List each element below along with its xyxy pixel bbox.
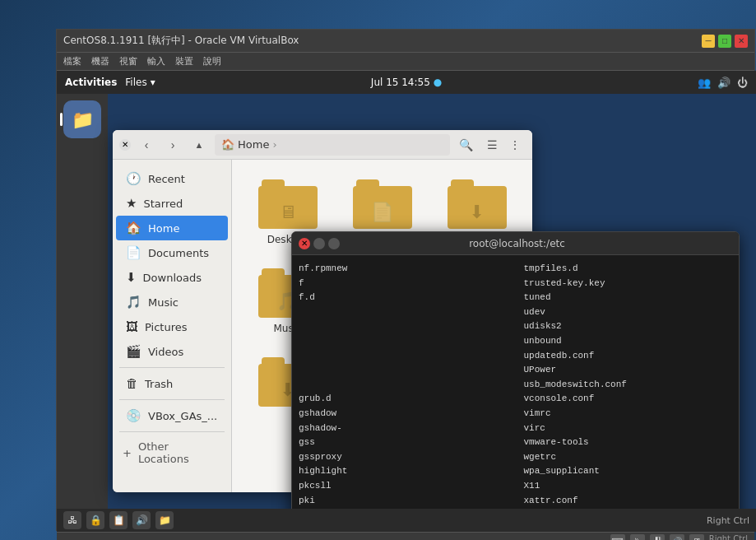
files-list-view-button[interactable]: ☰ (481, 134, 503, 156)
sidebar-item-recent-label: Recent (148, 173, 185, 185)
vbox-status-icons: ⌨ 🖱 💾 🔊 🖥 Right Ctrl (610, 534, 748, 541)
vbox-menu-input[interactable]: 輸入 (147, 55, 165, 68)
vm-screen: Activities Files ▾ Jul 15 14:55 ● 👥 🔊 ⏻ (57, 71, 756, 532)
trash-icon: 🗑 (126, 376, 138, 391)
terminal-output: nf.rpmnew f f.d grub.d gshadow gsh (299, 262, 732, 479)
files-home-icon: 🏠 (221, 138, 234, 151)
vbox-status-icon-3[interactable]: 💾 (650, 534, 665, 541)
gnome-bottom-icon-5[interactable]: 📁 (155, 511, 174, 529)
vbox-status-icon-1[interactable]: ⌨ (610, 534, 625, 541)
documents-icon: 📄 (126, 245, 141, 260)
music-icon: 🎵 (126, 295, 141, 310)
sidebar-item-other-locations[interactable]: + Other Locations (113, 435, 231, 470)
sidebar-item-videos-label: Videos (148, 346, 183, 358)
sidebar-item-music-label: Music (148, 296, 179, 309)
gnome-bottom-bar: 🖧 🔒 📋 🔊 📁 Right Ctrl (57, 509, 756, 532)
vbox-status-icon-4[interactable]: 🔊 (670, 534, 684, 541)
sidebar-item-vbox-label: VBox_GAs_... (148, 410, 217, 422)
virtualbox-window: CentOS8.1.1911 [執行中] - Oracle VM Virtual… (56, 29, 755, 531)
folder-icon-documents: 📄 (353, 179, 412, 229)
vbox-drive-icon: 💿 (126, 408, 141, 423)
folder-emblem-desktop: 🖥 (279, 202, 297, 222)
sidebar-item-downloads-label: Downloads (143, 272, 202, 284)
gnome-datetime: Jul 15 14:55 ● (371, 77, 442, 88)
folder-body: 🖥 (258, 186, 318, 229)
gnome-appname-text: Files (125, 77, 146, 88)
files-up-button[interactable]: ▲ (188, 134, 210, 156)
sidebar-item-starred-label: Starred (143, 198, 183, 210)
sidebar-divider-3 (119, 431, 225, 432)
desktop: CentOS8.1.1911 [執行中] - Oracle VM Virtual… (0, 0, 756, 540)
gnome-dock: 📁 (57, 94, 108, 532)
sidebar-item-pictures[interactable]: 🖼 Pictures (116, 314, 228, 339)
vbox-status-icon-5[interactable]: 🖥 (689, 534, 704, 541)
pictures-icon: 🖼 (126, 319, 138, 334)
files-forward-button[interactable]: › (162, 134, 183, 156)
sidebar-item-vbox[interactable]: 💿 VBox_GAs_... (116, 403, 228, 428)
terminal-title: root@localhost:/etc (345, 238, 689, 249)
gnome-power-icon[interactable]: ⏻ (737, 77, 748, 89)
vbox-window-controls: ─ □ ✕ (702, 35, 748, 48)
gnome-appname-arrow: ▾ (151, 77, 155, 88)
files-location-bar[interactable]: 🏠 Home › (215, 134, 450, 156)
downloads-icon: ⬇ (126, 270, 137, 285)
terminal-maximize-button[interactable] (328, 238, 340, 249)
gnome-topbar: Activities Files ▾ Jul 15 14:55 ● 👥 🔊 ⏻ (57, 71, 756, 94)
vbox-menu-view[interactable]: 視窗 (119, 55, 137, 68)
home-icon: 🏠 (126, 221, 141, 235)
vbox-titlebar: CentOS8.1.1911 [執行中] - Oracle VM Virtual… (57, 30, 754, 53)
sidebar-item-downloads[interactable]: ⬇ Downloads (116, 265, 228, 290)
gnome-bottom-icon-4[interactable]: 🔊 (132, 511, 151, 529)
sidebar-item-recent[interactable]: 🕐 Recent (116, 166, 228, 191)
dock-icon-files[interactable]: 📁 (63, 100, 101, 138)
files-view-buttons: ☰ ⋮ (481, 134, 526, 156)
gnome-appname: Files ▾ (125, 77, 155, 88)
vbox-menu-machine[interactable]: 機器 (91, 55, 109, 68)
sidebar-item-pictures-label: Pictures (145, 321, 187, 333)
vbox-minimize-button[interactable]: ─ (702, 35, 715, 48)
folder-body: 📄 (353, 186, 412, 229)
files-search-button[interactable]: 🔍 (455, 134, 476, 156)
terminal-right-col: tmpfiles.d trusted-key.key tuned udev ud… (524, 262, 733, 479)
vbox-status-icon-2[interactable]: 🖱 (630, 534, 645, 541)
vbox-maximize-button[interactable]: □ (718, 35, 731, 48)
terminal-close-button[interactable]: ✕ (299, 238, 310, 249)
sidebar-item-videos[interactable]: 🎬 Videos (116, 339, 228, 364)
files-titlebar: ✕ ‹ › ▲ 🏠 Home › 🔍 ☰ ⋮ (113, 130, 532, 160)
sidebar-item-documents[interactable]: 📄 Documents (116, 240, 228, 265)
vbox-menu-devices[interactable]: 裝置 (175, 55, 193, 68)
files-grid-view-button[interactable]: ⋮ (504, 134, 526, 156)
terminal-minimize-button[interactable] (313, 238, 325, 249)
sidebar-item-trash[interactable]: 🗑 Trash (116, 371, 228, 396)
gnome-activities-button[interactable]: Activities (65, 77, 117, 88)
sidebar-item-home[interactable]: 🏠 Home (116, 216, 228, 240)
sidebar-item-home-label: Home (148, 222, 179, 235)
vbox-close-button[interactable]: ✕ (735, 35, 748, 48)
vbox-right-ctrl-label: Right Ctrl (709, 534, 748, 541)
folder-emblem-downloads: ⬇ (469, 202, 484, 222)
terminal-body[interactable]: nf.rpmnew f f.d grub.d gshadow gsh (292, 255, 739, 532)
sidebar-item-documents-label: Documents (148, 247, 209, 259)
gnome-users-icon[interactable]: 👥 (698, 77, 711, 89)
gnome-bottom-icon-3[interactable]: 📋 (109, 511, 128, 529)
vbox-title: CentOS8.1.1911 [執行中] - Oracle VM Virtual… (63, 34, 299, 48)
sidebar-item-starred[interactable]: ★ Starred (116, 191, 228, 216)
folder-body: ⬇ (448, 186, 507, 229)
sidebar-item-other-locations-label: Other Locations (138, 440, 221, 465)
files-close-button[interactable]: ✕ (119, 139, 131, 151)
vbox-menu-help[interactable]: 說明 (203, 55, 221, 68)
gnome-bottom-icon-1[interactable]: 🖧 (63, 511, 81, 529)
sidebar-divider-1 (119, 367, 225, 368)
gnome-sound-icon[interactable]: 🔊 (717, 77, 730, 89)
vbox-statusbar: ⌨ 🖱 💾 🔊 🖥 Right Ctrl (57, 532, 754, 540)
terminal-window: ✕ root@localhost:/etc nf.rpmnew f f.d (291, 231, 740, 532)
sidebar-item-trash-label: Trash (145, 378, 173, 390)
gnome-bottom-icon-2[interactable]: 🔒 (86, 511, 104, 529)
gnome-topbar-right: 👥 🔊 ⏻ (698, 77, 748, 89)
vbox-menubar: 檔案 機器 視窗 輸入 裝置 說明 (57, 53, 754, 71)
sidebar-item-music[interactable]: 🎵 Music (116, 290, 228, 314)
vbox-menu-file[interactable]: 檔案 (63, 55, 81, 68)
folder-icon-downloads: ⬇ (448, 179, 507, 229)
files-back-button[interactable]: ‹ (136, 134, 157, 156)
gnome-bottom-right: Right Ctrl (707, 515, 749, 526)
